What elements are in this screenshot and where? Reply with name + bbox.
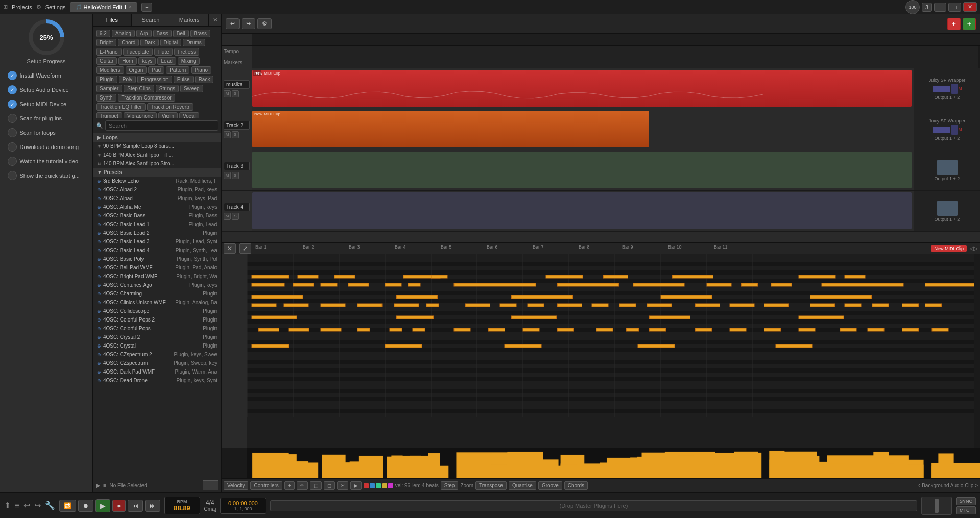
select-tool[interactable]: ⬚	[310, 481, 322, 490]
preset-item-12[interactable]: ⊕ 4OSC: Centuries Ago Plugin, keys	[93, 281, 221, 289]
preset-item-18[interactable]: ⊕ 4OSC: Crystal 2 Plugin	[93, 333, 221, 341]
tempo-content[interactable]	[252, 46, 978, 57]
track4-solo[interactable]: S	[232, 213, 239, 220]
tag-analog[interactable]: Analog	[112, 30, 135, 37]
track2-name[interactable]: Track 2	[224, 121, 250, 130]
tag-step-clips[interactable]: Step Clips	[124, 85, 154, 92]
master-plugins-area[interactable]: (Drop Master Plugins Here)	[270, 500, 917, 511]
search-input[interactable]	[105, 120, 218, 131]
track3-mute[interactable]: M	[224, 172, 231, 179]
master-fader-thumb[interactable]	[935, 499, 939, 513]
play-tool[interactable]: ▶	[350, 481, 362, 490]
tag-pad[interactable]: Pad	[148, 66, 164, 74]
track2-fader[interactable]	[933, 127, 950, 133]
tag-sampler[interactable]: Sampler	[96, 85, 122, 92]
color-green[interactable]	[376, 483, 381, 488]
tag-synth[interactable]: Synth	[96, 94, 116, 102]
track2-solo[interactable]: S	[232, 131, 239, 138]
track3-clip[interactable]	[252, 152, 912, 188]
track3-name[interactable]: Track 3	[224, 162, 250, 170]
track3-solo[interactable]: S	[232, 172, 239, 179]
loop-item-1[interactable]: ≋ 90 BPM Sample Loop 8 bars....	[93, 142, 221, 151]
quantise-btn[interactable]: Quantise	[509, 481, 536, 490]
track4-mute[interactable]: M	[224, 213, 231, 220]
minimize-button[interactable]: _	[934, 3, 946, 12]
tag-bright[interactable]: Bright	[96, 39, 116, 46]
settings-button[interactable]: ⚙	[257, 18, 272, 29]
record-btn[interactable]: ●	[112, 500, 125, 512]
time-display[interactable]: 0:00:00.000 1, 1, 000	[220, 498, 266, 514]
preset-item-1[interactable]: ⊕ 4OSC: Alpad 2 Plugin, Pad, keys	[93, 185, 221, 194]
sync-btn[interactable]: SYNC	[956, 497, 976, 505]
rewind-btn[interactable]: ⏮	[128, 500, 143, 512]
presets-section-header[interactable]: ▼ Presets	[93, 168, 221, 177]
track1-clip[interactable]: New MIDI Clip	[252, 70, 912, 107]
tag-progression[interactable]: Progression	[137, 76, 172, 83]
menu-btn[interactable]: ≡	[15, 501, 19, 510]
preset-item-11[interactable]: ⊕ 4OSC: Bright Pad WMF Plugin, Bright, W…	[93, 272, 221, 281]
preset-item-22[interactable]: ⊕ 4OSC: Dark Pad WMF Plugin, Warm, Ana	[93, 367, 221, 376]
setup-item-midi[interactable]: ✓ Setup MIDI Device	[4, 97, 89, 111]
tag-bell[interactable]: Bell	[173, 30, 189, 37]
tag-sweep[interactable]: Sweep	[180, 85, 203, 92]
track1-mute[interactable]: M	[224, 90, 231, 97]
track1-content[interactable]: New MIDI Clip ⏮	[252, 68, 914, 109]
loop-item-3[interactable]: ≋ 140 BPM Alex Sanfilippo Stro...	[93, 159, 221, 168]
setup-item-plugins[interactable]: Scan for plug-ins	[4, 111, 89, 126]
loop-item-2[interactable]: ≋ 140 BPM Alex Sanfilippo Fill ...	[93, 151, 221, 159]
tools-transport-btn[interactable]: 🔧	[45, 501, 55, 510]
draw-tool[interactable]: ✏	[297, 481, 308, 490]
mtc-btn[interactable]: MTC	[956, 506, 976, 514]
bpm-display[interactable]: BPM 88.89	[164, 497, 200, 514]
tag-pulse[interactable]: Pulse	[174, 76, 194, 83]
track2-volume[interactable]	[951, 125, 958, 135]
redo-transport-btn[interactable]: ↪	[34, 501, 41, 510]
edit-tab[interactable]: 🎵 HelloWorld Edit 1 ×	[70, 2, 138, 12]
track2-M[interactable]: M	[959, 127, 962, 132]
tag-faceplate[interactable]: Faceplate	[123, 48, 153, 56]
step-btn[interactable]: Step	[441, 481, 459, 490]
preset-item-9[interactable]: ⊕ 4OSC: Basic Poly Plugin, Synth, Pol	[93, 255, 221, 263]
color-blue[interactable]	[370, 483, 375, 488]
tag-drums[interactable]: Drums	[183, 39, 205, 46]
transpose-btn[interactable]: Transpose	[475, 481, 507, 490]
close-button[interactable]: ✕	[963, 2, 977, 12]
tag-e-piano[interactable]: E-Piano	[96, 48, 122, 56]
tag-mixing[interactable]: Mixing	[178, 57, 200, 65]
tag-modifiers[interactable]: Modifiers	[96, 66, 124, 74]
redo-button[interactable]: ↪	[242, 18, 255, 29]
tab-files[interactable]: Files	[93, 14, 132, 26]
tag-fretless[interactable]: Fretless	[174, 48, 200, 56]
play-stop-btn[interactable]: ▶	[95, 499, 110, 512]
tag-chord[interactable]: Chord	[118, 39, 139, 46]
track2-clip[interactable]: New MIDI Clip	[252, 111, 649, 147]
add-button-2[interactable]: +	[963, 18, 976, 30]
tag-tracktion-reverb[interactable]: Tracktion Reverb	[147, 103, 193, 111]
tag-brass[interactable]: Brass	[190, 30, 211, 37]
preset-item-20[interactable]: ⊕ 4OSC: CZspectrum 2 Plugin, keys, Swee	[93, 350, 221, 359]
pianoroll-scrollbar[interactable]	[974, 254, 980, 448]
track2-content[interactable]: New MIDI Clip	[252, 109, 914, 150]
tag-digital[interactable]: Digital	[160, 39, 182, 46]
add-controller-btn[interactable]: +	[284, 481, 295, 490]
preset-item-14[interactable]: ⊕ 4OSC: Clinics Unison WMF Plugin, Analo…	[93, 298, 221, 307]
setup-item-audio[interactable]: ✓ Setup Audio Device	[4, 83, 89, 97]
preset-item-6[interactable]: ⊕ 4OSC: Basic Lead 2 Plugin	[93, 229, 221, 237]
tag-plugin[interactable]: Plugin	[96, 76, 117, 83]
track1-name[interactable]: musika	[224, 80, 250, 89]
play-icon[interactable]: ▶	[96, 482, 100, 489]
add-tab-button[interactable]: +	[141, 3, 152, 12]
pianoroll-expand-btn[interactable]: ⤢	[239, 243, 251, 254]
fast-forward-btn[interactable]: ⏭	[145, 500, 160, 512]
list-icon[interactable]: ≡	[103, 482, 106, 488]
track1-solo[interactable]: S	[232, 90, 239, 97]
tab-search[interactable]: Search	[132, 14, 171, 26]
tab-markers[interactable]: Markers	[170, 14, 209, 26]
setup-item-demo[interactable]: Download a demo song	[4, 140, 89, 154]
tag-9.2[interactable]: 9.2	[96, 30, 110, 37]
tag-vocal[interactable]: Vocal	[179, 112, 199, 118]
preset-item-23[interactable]: ⊕ 4OSC: Dead Drone Plugin, keys, Synt	[93, 376, 221, 385]
color-purple[interactable]	[388, 483, 393, 488]
setup-item-tutorial[interactable]: Watch the tutorial video	[4, 154, 89, 168]
tag-rack[interactable]: Rack	[195, 76, 214, 83]
